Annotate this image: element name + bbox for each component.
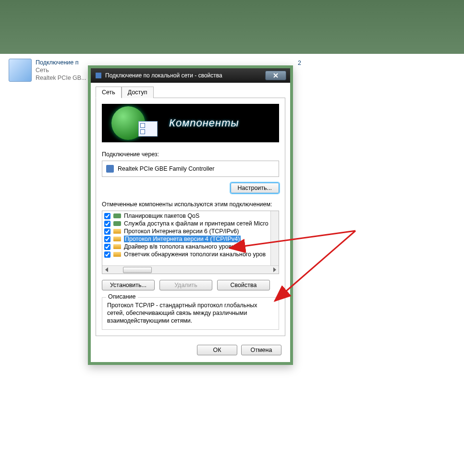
description-groupbox: Описание Протокол TCP/IP - стандартный п…: [102, 297, 279, 330]
dialog-icon: [95, 72, 102, 79]
connection-adapter: Realtek PCIe GB...: [36, 74, 86, 82]
component-label: Служба доступа к файлам и принтерам сете…: [124, 220, 269, 227]
connect-via-label: Подключение через:: [102, 151, 279, 158]
description-legend: Описание: [106, 293, 138, 300]
service-icon: [113, 221, 121, 226]
component-item[interactable]: Служба доступа к файлам и принтерам сете…: [103, 220, 278, 227]
component-label: Протокол Интернета версии 4 (TCP/IPv4): [124, 236, 241, 242]
network-adapter-icon: [9, 59, 32, 82]
protocol-icon: [113, 237, 121, 241]
service-icon: [113, 213, 121, 218]
dialog-titlebar[interactable]: Подключение по локальной сети - свойства: [91, 68, 290, 83]
nic-icon: [106, 165, 114, 173]
component-checkbox[interactable]: [104, 228, 110, 235]
checklist-icon: [138, 121, 158, 137]
properties-button[interactable]: Свойства: [217, 280, 270, 290]
component-item[interactable]: Драйвер в/в тополога канального уровня: [103, 243, 278, 251]
components-listbox[interactable]: Планировщик пакетов QoSСлужба доступа к …: [102, 211, 279, 274]
components-banner: Компоненты: [102, 104, 279, 142]
component-item[interactable]: Планировщик пакетов QoS: [103, 212, 278, 220]
dialog-title-text: Подключение по локальной сети - свойства: [105, 72, 222, 79]
cancel-button[interactable]: Отмена: [241, 345, 281, 355]
svg-rect-2: [96, 73, 101, 78]
component-checkbox[interactable]: [104, 244, 110, 250]
component-item[interactable]: Протокол Интернета версии 6 (TCP/IPv6): [103, 227, 278, 235]
component-label: Протокол Интернета версии 6 (TCP/IPv6): [124, 228, 239, 235]
component-label: Драйвер в/в тополога канального уровня: [124, 243, 238, 250]
uninstall-button: Удалить: [159, 280, 212, 290]
protocol-icon: [113, 229, 121, 234]
tab-network[interactable]: Сеть: [96, 87, 122, 98]
horizontal-scrollbar[interactable]: [102, 265, 279, 274]
component-label: Планировщик пакетов QoS: [124, 213, 199, 219]
tab-strip: Сеть Доступ: [91, 87, 290, 98]
connection-item-text: Подключение п Сеть Realtek PCIe GB...: [36, 59, 86, 82]
protocol-icon: [113, 252, 121, 257]
connection-network: Сеть: [36, 66, 86, 74]
component-item[interactable]: Ответчик обнаружения топологии канальног…: [103, 251, 278, 258]
tab-page-network: Компоненты Подключение через: Realtek PC…: [96, 98, 285, 336]
component-label: Ответчик обнаружения топологии канальног…: [124, 251, 266, 258]
scroll-right-icon[interactable]: [270, 266, 279, 274]
component-checkbox[interactable]: [104, 213, 110, 219]
component-checkbox[interactable]: [104, 221, 110, 227]
configure-button[interactable]: Настроить...: [231, 183, 280, 193]
banner-text: Компоненты: [169, 117, 239, 129]
adapter-name: Realtek PCIe GBE Family Controller: [118, 165, 214, 172]
protocol-icon: [113, 244, 121, 249]
components-label: Отмеченные компоненты используются этим …: [102, 201, 279, 208]
component-checkbox[interactable]: [104, 251, 110, 258]
scroll-thumb[interactable]: [123, 267, 152, 273]
vertical-scrollbar[interactable]: [270, 211, 279, 265]
tab-access[interactable]: Доступ: [122, 87, 154, 98]
connection-item[interactable]: Подключение п Сеть Realtek PCIe GB...: [9, 59, 86, 82]
adapter-field: Realtek PCIe GBE Family Controller: [102, 161, 279, 177]
install-button[interactable]: Установить...: [102, 280, 155, 290]
description-text: Протокол TCP/IP - стандартный протокол г…: [107, 301, 274, 325]
properties-dialog: Подключение по локальной сети - свойства…: [88, 65, 293, 365]
close-icon: [273, 73, 279, 78]
connection-title: Подключение п: [36, 59, 86, 66]
dialog-close-button[interactable]: [265, 71, 286, 80]
component-checkbox[interactable]: [104, 236, 110, 242]
ok-button[interactable]: ОК: [197, 345, 237, 355]
scroll-left-icon[interactable]: [102, 266, 110, 274]
component-item[interactable]: Протокол Интернета версии 4 (TCP/IPv4): [103, 235, 278, 243]
background-item-suffix: 2: [298, 60, 301, 66]
